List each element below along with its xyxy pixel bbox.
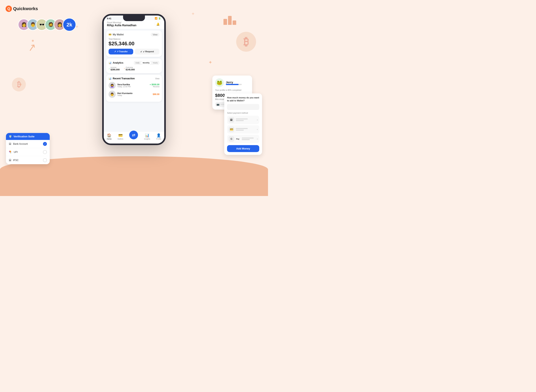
avatar-count: 2k xyxy=(63,18,76,31)
request-icon: ↙ xyxy=(140,50,142,53)
card-payment-icon: 💳 xyxy=(229,127,234,132)
battery-icon: 🔋 xyxy=(158,17,161,20)
app-header: Good Morning! Rifqy Aulia Ramadhan 🔔 xyxy=(104,20,164,29)
transaction-info-1: Vera Kartika Today, 12:00 PM xyxy=(117,83,148,88)
greeting-text: Good Morning! xyxy=(107,21,136,24)
jerry-avatar: 🐸 xyxy=(215,78,224,87)
transfer-button[interactable]: ↗ ↗ Transfer xyxy=(108,49,133,55)
insights-icon: 📊 xyxy=(145,133,149,138)
verification-card: 🛡️ Verification Suite 🏛 Bank Account ✓ 🪁… xyxy=(6,133,50,164)
chart-bar-3 xyxy=(233,20,236,25)
phone-frame: 9:41 📶 🔋 Good Morning! Rifqy Aulia Ramad… xyxy=(102,14,166,145)
phone-screen: 9:41 📶 🔋 Good Morning! Rifqy Aulia Ramad… xyxy=(104,15,164,144)
income-item: ↓ Income $280,000 xyxy=(108,66,120,71)
nav-wallets[interactable]: 💳 Wallets xyxy=(117,133,123,140)
verification-header: 🛡️ Verification Suite xyxy=(6,133,50,140)
nav-insights-label: Insights xyxy=(144,138,150,140)
card-line-1 xyxy=(236,128,248,129)
arrow-decoration: ↗ xyxy=(27,41,37,54)
income-outcome: ↓ Income $280,000 ↑ Outcome $140,000 xyxy=(108,66,159,71)
wallet-title: 💳 My Wallet xyxy=(108,33,124,36)
notification-button[interactable]: 🔔 xyxy=(155,21,161,27)
income-arrow: ↓ xyxy=(108,67,110,70)
chart-bar-2 xyxy=(228,16,232,25)
tab-daily[interactable]: Daily xyxy=(134,61,141,64)
avatar-cluster: 👩 👨 🕶️ 🧔 👩 2k xyxy=(18,18,76,31)
tab-yearly[interactable]: Yearly xyxy=(151,61,159,64)
payment-option-bank[interactable]: 🏛 › xyxy=(227,116,259,124)
ifsc-icon: 🏛 xyxy=(9,159,12,162)
user-name: Rifqy Aulia Ramadhan xyxy=(107,24,136,27)
payment-method-label: Select payment method xyxy=(227,112,259,114)
nav-profile-label: Profile xyxy=(156,138,161,140)
verif-upi[interactable]: 🪁 UPI xyxy=(6,148,50,156)
verif-ifsc-circle xyxy=(43,158,47,162)
card-payment-lines xyxy=(236,128,248,131)
analytics-header: 📊 Analytics Daily Monthly Yearly xyxy=(108,61,159,65)
transaction-item-1: 👩‍🦱 Vera Kartika Today, 12:00 PM + $500.… xyxy=(108,82,159,89)
jerry-progress-bar xyxy=(226,84,242,85)
add-money-input-placeholder xyxy=(227,104,259,110)
card-line-2 xyxy=(236,130,244,131)
transaction-avatar-2: 👨 xyxy=(108,91,116,98)
brand-name: Quickworks xyxy=(13,6,38,11)
request-button[interactable]: ↙ ↙ Request xyxy=(135,49,159,55)
gpay-line-2 xyxy=(242,139,250,140)
jerry-name: Jerry xyxy=(226,80,242,84)
income-data: Income $280,000 xyxy=(111,66,120,71)
bitcoin-icon-small: ₿ xyxy=(12,78,26,91)
tab-monthly[interactable]: Monthly xyxy=(141,61,151,64)
transaction-amount-2: $90.00 xyxy=(153,93,159,95)
outcome-data: Outcome $140,000 xyxy=(126,66,135,71)
transaction-item-2: 👨 Heri Kurnianto Today $90.00 xyxy=(108,91,159,98)
transfer-icon: ↗ xyxy=(114,50,116,53)
bank-line-2 xyxy=(236,120,244,121)
add-money-button[interactable]: Add Money xyxy=(227,145,259,152)
plus-decoration-3: ✦ xyxy=(208,60,212,65)
jerry-profile-text: Your profile is 80% completed xyxy=(215,89,249,91)
transactions-title: 📊 Recent Transaction xyxy=(108,77,135,80)
payment-card-left: 💳 xyxy=(229,127,248,132)
chart-bar-1 xyxy=(224,19,227,25)
transactions-view[interactable]: View xyxy=(155,78,160,80)
nav-transfer-button[interactable]: ⇄ xyxy=(129,131,138,139)
wallets-icon: 💳 xyxy=(118,133,123,138)
bank-chevron-icon: › xyxy=(257,118,258,121)
transaction-avatar-1: 👩‍🦱 xyxy=(108,82,116,89)
jerry-info: Jerry xyxy=(226,80,242,85)
verif-bank-account[interactable]: 🏛 Bank Account ✓ xyxy=(6,140,50,148)
nav-insights[interactable]: 📊 Insights xyxy=(144,133,150,140)
nav-home[interactable]: 🏠 Home xyxy=(107,133,112,140)
add-money-card: How much money do you want to add to Wal… xyxy=(224,93,262,155)
verif-ifsc-label: IFSC xyxy=(13,159,19,162)
payment-option-card[interactable]: 💳 › xyxy=(227,125,259,134)
bank-payment-lines xyxy=(236,118,248,121)
gpay-chevron-icon: › xyxy=(257,138,258,140)
transaction-info-2: Heri Kurnianto Today xyxy=(117,92,151,96)
analytics-title: 📊 Analytics xyxy=(108,61,123,64)
bottom-nav: 🏠 Home 💳 Wallets ⇄ 📊 Insights 👤 Profile xyxy=(104,131,164,144)
transaction-amount-1: + $500.00 Receive xyxy=(150,83,159,88)
verif-ifsc[interactable]: 🏛 IFSC xyxy=(6,156,50,164)
payment-option-gpay[interactable]: G Pay › xyxy=(227,135,259,143)
outcome-item: ↑ Outcome $140,000 xyxy=(124,66,135,71)
wallet-view-button[interactable]: View xyxy=(151,33,159,36)
wallet-icon: 💳 xyxy=(108,33,112,36)
nav-wallets-label: Wallets xyxy=(117,138,123,140)
gpay-label: Pay xyxy=(236,138,239,140)
bitcoin-icon-large: ₿ xyxy=(236,32,256,52)
analytics-card: 📊 Analytics Daily Monthly Yearly ↓ Incom… xyxy=(106,58,162,73)
transfer-center-icon: ⇄ xyxy=(132,133,135,137)
logo-icon: Q xyxy=(5,5,12,12)
home-icon: 🏠 xyxy=(107,133,111,138)
plus-decoration-1: + xyxy=(192,11,194,17)
transactions-header: 📊 Recent Transaction View xyxy=(108,77,159,80)
verif-upi-circle xyxy=(43,150,47,154)
period-tabs: Daily Monthly Yearly xyxy=(134,61,159,65)
bank-line-1 xyxy=(236,118,248,119)
card-chevron-icon: › xyxy=(257,128,258,131)
balance-amount: $25,346.00 xyxy=(108,41,159,47)
nav-profile[interactable]: 👤 Profile xyxy=(156,133,161,140)
phone-notch xyxy=(123,15,145,21)
action-buttons: ↗ ↗ Transfer ↙ ↙ Request xyxy=(108,49,159,55)
